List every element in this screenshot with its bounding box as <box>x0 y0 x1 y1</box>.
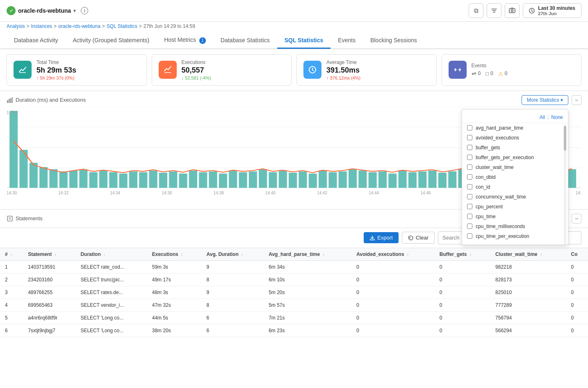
dropdown-item-cpu-time[interactable]: cpu_time <box>462 212 568 221</box>
cell-avg-hard-parse: 0 <box>351 260 435 273</box>
dropdown-item-con-dbid[interactable]: con_dbid <box>462 172 568 182</box>
cell-cluster-wait: 0 <box>566 299 588 311</box>
cell-avg-hard-parse: 0 <box>351 299 435 311</box>
none-link[interactable]: None <box>551 114 563 120</box>
svg-rect-24 <box>99 170 107 187</box>
cell-avoided-exec: 0 <box>435 311 490 324</box>
col-buffer-gets[interactable]: Buffer_gets ↕ <box>435 248 490 261</box>
dropdown-item-avoided-executions[interactable]: avoided_executions <box>462 133 568 143</box>
checkbox-cpu-time-per-execution[interactable] <box>467 233 472 239</box>
checkbox-concurrency-wait-time[interactable] <box>467 194 472 199</box>
cell-executions: 8 <box>201 299 264 311</box>
chart-icon <box>7 97 13 103</box>
cell-id[interactable]: 699565463 <box>23 299 75 311</box>
checkbox-con-id[interactable] <box>467 184 472 189</box>
cell-executions: 6 <box>201 324 264 337</box>
tab-blocking-sessions[interactable]: Blocking Sessions <box>363 33 424 49</box>
cell-duration: 38m 20s <box>147 324 202 337</box>
breadcrumb-analysis[interactable]: Analysis <box>7 23 25 29</box>
col-statement[interactable]: Statement ↕ <box>23 248 75 261</box>
dropdown-item-cluster-wait-time[interactable]: cluster_wait_time <box>462 162 568 172</box>
dropdown-item-concurrency-wait-time[interactable]: concurrency_wait_time <box>462 192 568 202</box>
cell-id[interactable]: 234203160 <box>23 273 75 286</box>
checkbox-avoided-executions[interactable] <box>467 135 472 140</box>
cell-executions: 9 <box>201 260 264 273</box>
all-link[interactable]: All <box>540 114 545 120</box>
breadcrumb-sql-statistics[interactable]: SQL Statistics <box>107 23 137 29</box>
checkbox-cpu-time[interactable] <box>467 214 472 219</box>
checkbox-cpu-time-milliseconds[interactable] <box>467 224 472 229</box>
col-co[interactable]: Co <box>566 248 588 261</box>
cell-avg-duration: 6m 34s <box>264 260 351 273</box>
col-avg-duration[interactable]: Avg. Duration ↕ <box>201 248 264 261</box>
svg-rect-59 <box>448 171 456 187</box>
svg-rect-55 <box>408 172 417 188</box>
dropdown-scrollarea[interactable]: avg_hard_parse_time avoided_executions b… <box>462 123 568 241</box>
tab-activity-grouped[interactable]: Activity (Grouped Statements) <box>65 33 157 49</box>
dropdown-item-cpu-time-per-execution[interactable]: cpu_time_per_execution <box>462 231 568 241</box>
dropdown-item-con-id[interactable]: con_id <box>462 182 568 192</box>
cell-duration: 48m 3s <box>147 286 202 299</box>
col-avoided-executions[interactable]: Avoided_executions ↕ <box>351 248 435 261</box>
cell-executions: 6 <box>201 311 264 324</box>
more-statistics-button[interactable]: More Statistics ▾ <box>522 95 568 105</box>
collapse-statements-button[interactable]: − <box>572 214 581 224</box>
dropdown-item-buffer-gets[interactable]: buffer_gets <box>462 143 568 153</box>
dropdown-item-cpu-percent[interactable]: cpu_percent <box>462 202 568 212</box>
svg-rect-18 <box>39 167 48 188</box>
cell-id[interactable]: 7sxtjt9njbgj7 <box>23 324 75 337</box>
camera-button[interactable] <box>505 3 520 18</box>
cell-id[interactable]: a4nr6rq68tf9r <box>23 311 75 324</box>
dropdown-item-cpu-time-milliseconds[interactable]: cpu_time_milliseconds <box>462 221 568 231</box>
collapse-chart-button[interactable]: − <box>572 95 581 105</box>
checkbox-buffer-gets-per-execution[interactable] <box>467 155 472 160</box>
dropdown-item-buffer-gets-per-execution[interactable]: buffer_gets_per_execution <box>462 153 568 162</box>
cell-id[interactable]: 1403719591 <box>23 260 75 273</box>
shield-icon: ✓ <box>7 6 16 15</box>
col-executions[interactable]: Executions ↕ <box>147 248 202 261</box>
info-icon[interactable]: i <box>81 7 88 14</box>
cell-id[interactable]: 489766255 <box>23 286 75 299</box>
tab-database-statistics[interactable]: Database Statistics <box>213 33 277 49</box>
breadcrumb-instance[interactable]: oracle-rds-webtuna <box>58 23 100 29</box>
col-duration[interactable]: Duration ↓ <box>75 248 147 261</box>
cell-avoided-exec: 0 <box>435 299 490 311</box>
cell-statement[interactable]: SELECT trunc(pic... <box>75 273 147 286</box>
filter-button[interactable] <box>487 3 501 18</box>
cell-buffer-gets: 982218 <box>490 260 566 273</box>
cell-number: 6 <box>0 324 23 337</box>
dropdown-item-avg-hard-parse-time[interactable]: avg_hard_parse_time <box>462 123 568 133</box>
checkbox-cluster-wait-time[interactable] <box>467 164 472 170</box>
svg-rect-37 <box>229 170 237 187</box>
svg-rect-15 <box>9 111 18 187</box>
scrollbar-thumb <box>564 126 566 151</box>
tab-database-activity[interactable]: Database Activity <box>7 33 65 49</box>
tab-host-metrics[interactable]: Host Metrics 1 <box>157 32 213 49</box>
cell-statement[interactable]: SELECT 'Long co... <box>75 324 147 337</box>
cell-statement[interactable]: SELECT 'Long co... <box>75 311 147 324</box>
cell-statement[interactable]: SELECT vendor_i... <box>75 299 147 311</box>
breadcrumb-instances[interactable]: Instances <box>31 23 52 29</box>
checkbox-cpu-percent[interactable] <box>467 204 472 209</box>
svg-rect-29 <box>149 170 157 187</box>
tab-events[interactable]: Events <box>330 33 363 49</box>
cell-statement[interactable]: SELECT rates.de... <box>75 286 147 299</box>
tab-sql-statistics[interactable]: SQL Statistics <box>277 33 331 49</box>
svg-rect-48 <box>339 171 347 187</box>
copy-button[interactable]: ⧉ <box>469 3 483 18</box>
svg-rect-51 <box>369 172 377 188</box>
export-button[interactable]: Export <box>364 232 399 243</box>
svg-rect-40 <box>259 169 267 187</box>
cell-avg-duration: 6m 23s <box>264 324 351 337</box>
col-cluster-wait-time[interactable]: Cluster_wait_time ↕ <box>490 248 566 261</box>
checkbox-con-dbid[interactable] <box>467 174 472 180</box>
checkbox-avg-hard-parse-time[interactable] <box>467 125 472 130</box>
time-range-button[interactable]: Last 30 minutes 27th Jun <box>523 3 581 18</box>
cell-duration: 59m 3s <box>147 260 202 273</box>
clear-button[interactable]: Clear <box>402 232 435 244</box>
executions-card: Executions 50,557 ↓ 52,581 (-4%) <box>152 54 292 86</box>
col-avg-hard-parse-time[interactable]: Avg_hard_parse_time ↕ <box>264 248 351 261</box>
cell-statement[interactable]: SELECT rate_cod... <box>75 260 147 273</box>
checkbox-buffer-gets[interactable] <box>467 145 472 150</box>
app-dropdown-arrow[interactable]: ▾ <box>73 8 76 14</box>
